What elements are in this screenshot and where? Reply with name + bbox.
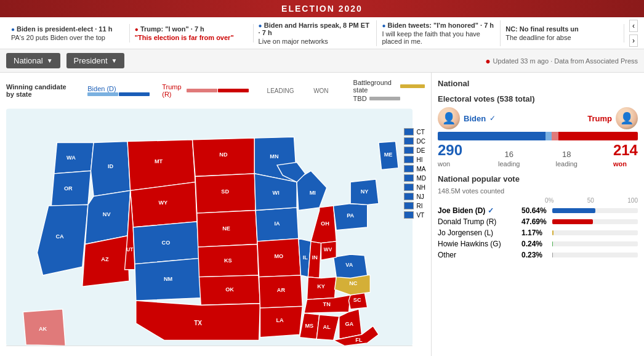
popular-vote-row: Jo Jorgensen (L)1.17% [438,229,638,237]
hi-box [404,156,414,163]
svg-text:UT: UT [126,247,133,253]
svg-text:CA: CA [55,233,64,240]
chevron-down-icon-2: ▼ [111,57,118,64]
candidate-pv-name: Joe Biden (D) ✓ [438,206,518,215]
us-electoral-map[interactable]: WA OR CA ID NV AZ MT WY UT [6,107,413,347]
ticker-item-3: ● Biden and Harris speak, 8 PM ET · 7 h … [254,20,377,46]
ev-numbers: 290 won 16 leading 18 leading 214 won [438,142,638,168]
biden-legend-label: Biden (D) [87,85,116,92]
header-title: ELECTION 2020 [281,4,363,14]
ev-trump-leading-segment [552,132,558,140]
ticker-prev-button[interactable]: ‹ [629,20,638,32]
pv-scale: 0% 50 100 [438,197,638,204]
biden-leading-bar [87,92,118,96]
candidate-pv-pct: 0.23% [521,251,549,259]
president-dropdown[interactable]: President ▼ [66,53,125,68]
ticker-next-button[interactable]: › [629,34,638,47]
ri-box [404,202,414,209]
trump-won-bar [218,89,249,92]
national-dropdown[interactable]: National ▼ [6,53,60,68]
trump-leading-number: 18 [562,150,571,159]
won-label: WON [313,87,328,94]
dot-icon-1: ● [11,26,15,33]
svg-text:ME: ME [384,152,393,158]
biden-candidate-info: 👤 Biden ✓ [438,107,496,129]
trump-legend-bars [187,89,249,92]
dot-icon-4: ● [382,22,385,29]
president-label: President [74,56,108,65]
trump-name: Trump [587,114,612,123]
map-panel: Winning candidate by state Biden (D) Tru… [0,73,431,356]
svg-text:LA: LA [276,317,284,323]
nj-box [404,193,414,200]
scale-100: 100 [627,197,638,204]
scale-0: 0% [545,197,553,204]
candidate-pv-pct: 0.24% [521,240,549,248]
svg-text:PA: PA [347,212,354,219]
candidate-pv-name: Donald Trump (R) [438,217,518,226]
chevron-down-icon: ▼ [47,57,53,64]
popular-vote-row: Other0.23% [438,251,638,259]
ev-biden-leading-segment [545,132,552,140]
ct-box [404,128,414,136]
svg-text:SD: SD [221,188,229,195]
small-state-CT: CT [404,128,426,136]
trump-won-label: won [613,160,627,168]
ticker-item-2: ● Trump: "I won" · 7 h "This election is… [130,24,254,42]
popular-vote-row: Howie Hawkins (G)0.24% [438,240,638,248]
candidate-pv-pct: 1.17% [521,229,549,237]
popular-vote-row: Joe Biden (D) ✓50.64% [438,206,638,215]
svg-text:FL: FL [355,337,363,343]
svg-text:WI: WI [273,190,280,196]
vt-label: VT [416,212,424,219]
dc-label: DC [416,138,425,145]
legend-biden-row: Biden (D) [87,85,150,96]
ticker-title-5: NC: No final results un [505,25,619,33]
toolbar: National ▼ President ▼ ● Updated 33 m ag… [0,49,644,73]
ticker-navigation[interactable]: ‹ › [624,20,638,47]
candidate-pv-bar-container [552,253,638,257]
svg-text:WY: WY [158,200,167,206]
national-label: National [14,56,43,65]
svg-text:NE: NE [222,225,230,232]
biden-won-bar [119,92,150,96]
ticker-item-4: ● Biden tweets: "I'm honored" · 7 h I wi… [377,20,501,46]
md-label: MD [416,175,426,182]
svg-text:MI: MI [310,190,316,196]
popular-vote-title: National popular vote [438,174,638,184]
candidate-pv-bar [552,230,553,235]
candidate-pv-bar-container [552,230,638,235]
candidate-pv-bar-container [552,219,638,224]
map-legend: Winning candidate by state Biden (D) Tru… [6,79,425,102]
small-state-HI: HI [404,156,426,163]
hi-label: HI [416,156,422,163]
ticker-body-5: The deadline for abse [505,34,619,41]
svg-text:GA: GA [345,321,353,327]
update-info: ● Updated 33 m ago · Data from Associate… [485,56,638,66]
small-state-VT: VT [404,211,426,219]
svg-text:OH: OH [321,220,329,227]
md-box [404,174,414,182]
biden-checkmark: ✓ [489,114,496,123]
biden-leading-number: 16 [505,150,513,159]
biden-legend-bars [87,92,150,96]
dc-box [404,137,414,145]
leading-label: LEADING [267,87,294,94]
votes-counted: 148.5M votes counted [438,187,638,195]
ticker-body-1: PA's 20 puts Biden over the top [11,34,124,41]
ev-trump-won-segment [558,132,638,140]
dot-icon-3: ● [259,22,262,29]
svg-text:MO: MO [274,253,283,259]
legend-trump-row: Trump (R) [162,83,248,98]
svg-text:AK: AK [39,326,47,332]
biden-won-number: 290 [438,142,462,158]
trump-avatar: 👤 [616,107,638,129]
battleground-bar [400,84,425,88]
svg-text:IN: IN [312,254,318,261]
svg-text:NC: NC [349,280,358,286]
small-state-DC: DC [404,137,426,145]
de-box [404,147,414,154]
svg-text:VA: VA [345,262,353,268]
right-panel: National Electoral votes (538 total) 👤 B… [431,73,644,356]
ev-biden-won-segment [438,132,545,140]
